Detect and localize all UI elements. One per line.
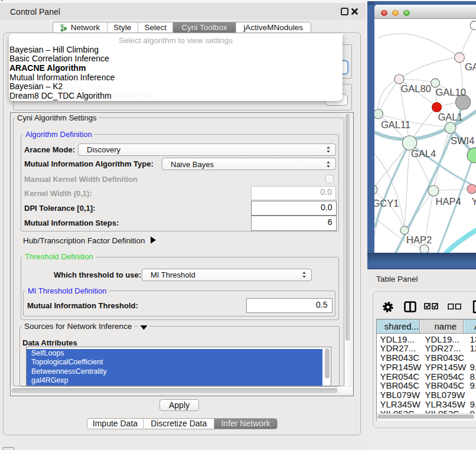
svg-text:SWI4: SWI4	[451, 135, 474, 146]
svg-text:GAL10: GAL10	[436, 87, 466, 97]
svg-text:HAP2: HAP2	[406, 234, 432, 245]
svg-text:GAL1: GAL1	[438, 112, 463, 122]
svg-text:GCY1: GCY1	[374, 198, 399, 208]
svg-text:GAL80: GAL80	[401, 83, 431, 94]
svg-text:GAL11: GAL11	[381, 119, 410, 130]
svg-text:HAP4: HAP4	[436, 196, 461, 207]
svg-text:GAL: GAL	[465, 61, 476, 72]
svg-text:GAL4: GAL4	[411, 148, 436, 159]
svg-text:YKL: YKL	[472, 196, 476, 207]
